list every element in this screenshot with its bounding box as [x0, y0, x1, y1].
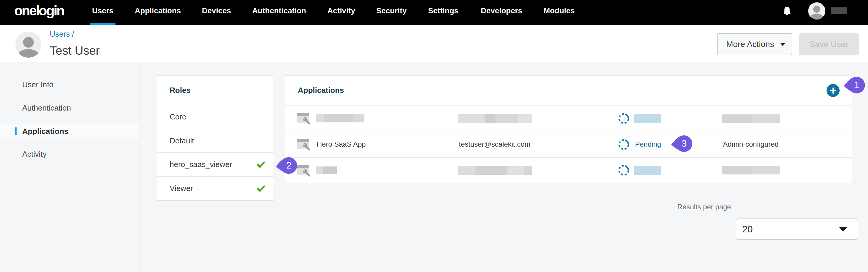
svg-text:3: 3 [681, 138, 687, 149]
svg-text:1: 1 [854, 79, 860, 90]
svg-text:2: 2 [286, 160, 291, 171]
